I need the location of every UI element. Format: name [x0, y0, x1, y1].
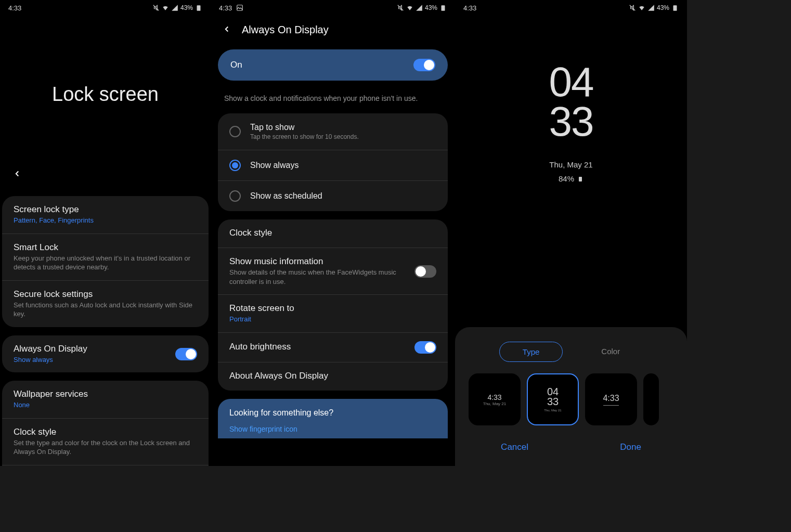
on-label: On [230, 60, 242, 70]
setting-subtitle: Pattern, Face, Fingerprints [14, 216, 197, 225]
page-title: Always On Display [242, 24, 329, 36]
clock-option-2[interactable]: 04 33 Thu, May 21 [527, 373, 579, 425]
back-button[interactable] [222, 24, 231, 36]
wallpaper-services-row[interactable]: Wallpaper services None [2, 381, 209, 419]
preview-date: Thu, May 21 [549, 160, 592, 169]
description: Show a clock and notifications when your… [211, 86, 455, 113]
screen-lock-type-row[interactable]: Screen lock type Pattern, Face, Fingerpr… [2, 196, 209, 234]
tab-color[interactable]: Color [578, 342, 643, 362]
header: Always On Display [211, 16, 455, 44]
clock-style-row[interactable]: Clock style [218, 219, 448, 248]
show-music-row[interactable]: Show music information Show details of t… [218, 248, 448, 295]
music-toggle[interactable] [414, 265, 436, 278]
radio-button[interactable] [229, 160, 241, 171]
mute-icon [152, 4, 160, 11]
battery-icon [195, 4, 202, 11]
svg-rect-2 [442, 5, 445, 10]
clock-option-4[interactable] [643, 373, 659, 425]
smart-lock-row[interactable]: Smart Lock Keep your phone unlocked when… [2, 234, 209, 281]
suggestion-card: Looking for something else? Show fingerp… [218, 399, 448, 438]
setting-title: Rotate screen to [229, 303, 436, 314]
show-always-option[interactable]: Show always [218, 150, 448, 181]
roaming-clock-row[interactable]: Roaming clock [2, 465, 209, 466]
status-time: 4:33 [8, 4, 21, 12]
option-subtitle: Tap the screen to show for 10 seconds. [250, 133, 436, 140]
style-tabs: Type Color [455, 342, 687, 362]
setting-subtitle: Show details of the music when the FaceW… [229, 268, 414, 286]
aod-toggle[interactable] [175, 348, 197, 360]
back-button[interactable] [0, 163, 211, 186]
setting-title: Auto brightness [229, 342, 414, 352]
cancel-button[interactable]: Cancel [501, 442, 528, 452]
auto-brightness-row[interactable]: Auto brightness [218, 333, 448, 362]
suggestion-link[interactable]: Show fingerprint icon [229, 425, 436, 433]
signal-icon [647, 4, 655, 11]
aod-options-card: Clock style Show music information Show … [218, 219, 448, 391]
status-time: 4:33 [463, 4, 476, 12]
aod-card: Always On Display Show always [2, 335, 209, 373]
status-left: 4:33 [219, 4, 243, 12]
status-bar: 4:33 43% [455, 0, 687, 16]
status-time: 4:33 [219, 4, 232, 12]
setting-title: Always On Display [14, 344, 175, 354]
preview-hours: 04 [549, 62, 593, 102]
tap-to-show-option[interactable]: Tap to show Tap the screen to show for 1… [218, 113, 448, 150]
chevron-left-icon [12, 169, 22, 178]
clock-option-3[interactable]: 4:33 [585, 373, 637, 425]
setting-title: Secure lock settings [14, 289, 197, 300]
action-bar: Cancel Done [455, 429, 687, 466]
svg-rect-3 [673, 5, 677, 10]
option-title: Tap to show [250, 123, 436, 132]
battery-percent: 43% [425, 4, 437, 11]
battery-icon [577, 176, 583, 182]
setting-subtitle: Set the type and color for the clock on … [14, 438, 197, 457]
tab-type[interactable]: Type [499, 342, 563, 362]
setting-subtitle: Set functions such as Auto lock and Lock… [14, 301, 197, 319]
setting-subtitle: None [14, 400, 197, 410]
clock-style-row[interactable]: Clock style Set the type and color for t… [2, 419, 209, 465]
style-options[interactable]: 4:33 Thu, May 21 04 33 Thu, May 21 4:33 [455, 370, 687, 429]
battery-icon [439, 4, 447, 11]
security-settings-card: Screen lock type Pattern, Face, Fingerpr… [2, 196, 209, 327]
status-icons: 43% [629, 4, 679, 11]
master-toggle-pill[interactable]: On [218, 49, 448, 81]
always-on-display-row[interactable]: Always On Display Show always [2, 335, 209, 373]
brightness-toggle[interactable] [414, 341, 436, 354]
show-as-scheduled-option[interactable]: Show as scheduled [218, 181, 448, 211]
about-aod-row[interactable]: About Always On Display [218, 362, 448, 391]
wifi-icon [162, 4, 169, 11]
status-icons: 43% [397, 4, 447, 11]
chevron-left-icon [222, 24, 231, 34]
wifi-icon [406, 4, 413, 11]
setting-title: Show music information [229, 256, 414, 267]
setting-title: Clock style [14, 427, 197, 437]
clock-style-panel: 4:33 43% 04 33 Thu, May 21 84% Type Colo… [455, 0, 687, 466]
page-title: Lock screen [0, 83, 211, 106]
done-button[interactable]: Done [620, 442, 641, 452]
radio-button[interactable] [229, 126, 241, 137]
option-title: Show as scheduled [250, 191, 436, 201]
clock-option-1[interactable]: 4:33 Thu, May 21 [469, 373, 521, 425]
setting-subtitle: Portrait [229, 315, 436, 324]
svg-rect-0 [197, 5, 201, 10]
status-bar: 4:33 43% [211, 0, 455, 16]
lock-screen-panel: 4:33 43% Lock screen Screen lock type Pa… [0, 0, 211, 466]
setting-title: Clock style [229, 228, 436, 238]
secure-lock-settings-row[interactable]: Secure lock settings Set functions such … [2, 281, 209, 327]
appearance-card: Wallpaper services None Clock style Set … [2, 381, 209, 466]
rotate-screen-row[interactable]: Rotate screen to Portrait [218, 295, 448, 333]
suggestion-title: Looking for something else? [229, 408, 436, 418]
signal-icon [416, 4, 423, 11]
status-bar: 4:33 43% [0, 0, 211, 16]
battery-percent: 43% [180, 4, 193, 11]
clock-preview: 04 33 Thu, May 21 84% [455, 62, 687, 183]
option-title: Show always [250, 161, 436, 170]
style-picker-sheet: Type Color 4:33 Thu, May 21 04 33 Thu, M… [455, 327, 687, 466]
radio-button[interactable] [229, 190, 241, 202]
master-toggle[interactable] [413, 59, 435, 71]
display-mode-card: Tap to show Tap the screen to show for 1… [218, 113, 448, 211]
preview-minutes: 33 [549, 102, 593, 141]
setting-subtitle: Keep your phone unlocked when it's in a … [14, 254, 197, 272]
battery-icon [671, 4, 679, 11]
setting-title: Screen lock type [14, 204, 197, 215]
